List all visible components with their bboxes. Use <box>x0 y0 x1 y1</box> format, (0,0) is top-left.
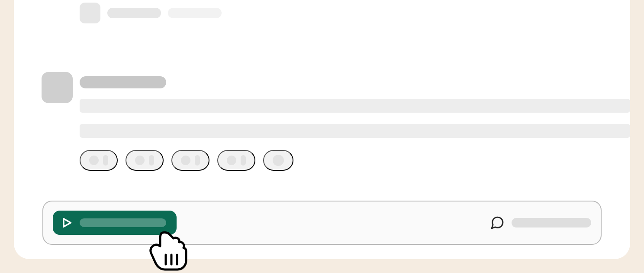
reaction-count-skeleton <box>149 155 154 166</box>
play-icon <box>61 217 73 229</box>
composer-bar <box>42 201 602 245</box>
reaction-count-skeleton <box>103 155 108 166</box>
message-block <box>42 72 630 171</box>
message-body <box>80 72 630 171</box>
reaction-pill[interactable] <box>217 150 255 171</box>
thread-reply-timestamp-skeleton <box>168 8 222 18</box>
reaction-emoji-skeleton <box>181 156 190 165</box>
add-reaction-icon <box>273 155 284 166</box>
start-huddle-button[interactable] <box>53 211 177 235</box>
message-line-skeleton <box>80 124 630 138</box>
reaction-pill[interactable] <box>80 150 118 171</box>
message-avatar <box>42 72 73 103</box>
message-input-placeholder-group[interactable] <box>490 215 591 230</box>
reaction-pill[interactable] <box>126 150 164 171</box>
comment-icon <box>490 215 505 230</box>
message-input-placeholder-skeleton <box>512 218 591 228</box>
add-reaction-button[interactable] <box>263 150 293 171</box>
reaction-count-skeleton <box>195 155 200 166</box>
reactions-row <box>80 150 630 171</box>
reaction-emoji-skeleton <box>89 156 99 165</box>
huddle-label-skeleton <box>80 218 166 227</box>
reaction-count-skeleton <box>241 155 246 166</box>
message-line-skeleton <box>80 99 630 113</box>
thread-reply-row <box>80 3 222 23</box>
thread-reply-avatar <box>80 3 100 23</box>
card-container <box>14 0 630 259</box>
message-username-skeleton <box>80 76 166 88</box>
thread-reply-name-skeleton <box>107 8 161 18</box>
reaction-pill[interactable] <box>171 150 209 171</box>
reaction-emoji-skeleton <box>227 156 236 165</box>
reaction-emoji-skeleton <box>135 156 145 165</box>
